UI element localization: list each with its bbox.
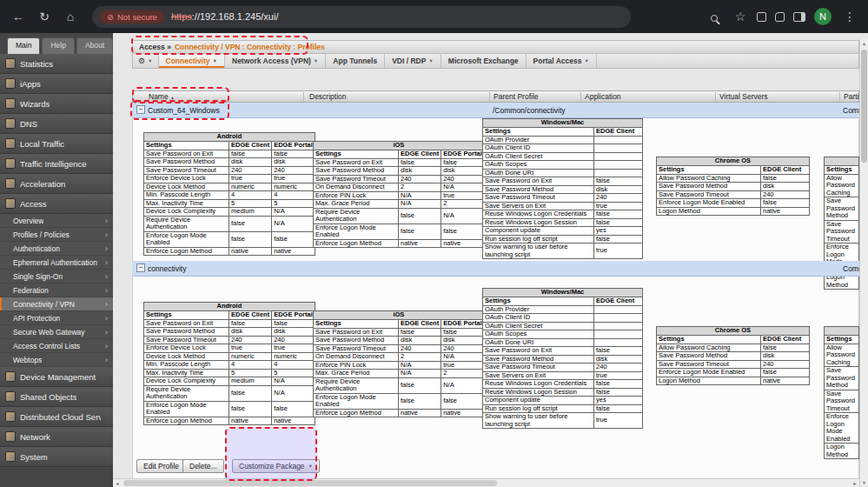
collapse-icon[interactable]: − <box>136 264 145 272</box>
column-header-name[interactable]: Name ▲ <box>149 91 175 103</box>
content-tab-label: Microsoft Exchange <box>448 57 519 65</box>
sidebar-item[interactable]: Authentication › <box>0 242 113 256</box>
vertical-scrollbar-thumb[interactable] <box>861 50 867 163</box>
sidebar-item[interactable]: Secure Web Gateway › <box>0 325 113 339</box>
sidebar-item-icon <box>5 178 16 189</box>
sidebar-item-label: Device Management <box>20 372 96 382</box>
dropdown-arrow-icon: ▼ <box>314 58 318 63</box>
sidebar-tab[interactable]: Help <box>42 37 74 54</box>
sidebar-item-label: Connectivity / VPN <box>13 300 75 309</box>
chevron-right-icon: › <box>105 328 108 337</box>
sidebar-item[interactable]: Access Control Lists › <box>0 339 113 353</box>
extensions-puzzle-icon[interactable] <box>775 12 785 22</box>
sidebar-item[interactable]: iApps › <box>0 74 113 94</box>
column-header-application[interactable]: Application <box>585 91 621 103</box>
sidebar-item[interactable]: Shared Objects › <box>0 387 113 407</box>
content-tab[interactable]: Connectivity ▼ <box>159 54 225 68</box>
horizontal-scrollbar[interactable]: ◄ ► <box>113 478 859 487</box>
scroll-down-icon[interactable]: ▼ <box>860 478 868 487</box>
profile-row[interactable]: − Custom_64_Windows /Common/connectivity… <box>132 103 859 118</box>
not-secure-icon: ⊘ <box>107 12 114 22</box>
sidebar-item-icon <box>5 431 16 442</box>
scroll-right-icon[interactable]: ► <box>851 479 859 487</box>
sidebar-item-icon <box>5 371 16 382</box>
scroll-up-icon[interactable]: ▲ <box>860 39 868 48</box>
column-label: Name <box>149 92 169 101</box>
refresh-icon[interactable]: ↻ <box>35 10 54 23</box>
ios-settings-table: iOSSettingsEDGE ClientEDGE PortalSave Pa… <box>313 141 485 248</box>
sidebar-tab[interactable]: Main <box>7 37 40 54</box>
sidebar-item[interactable]: Traffic Intelligence › <box>0 154 113 174</box>
sidebar-item[interactable]: DNS › <box>0 114 113 134</box>
vertical-scrollbar[interactable]: ▲ ▼ <box>859 39 868 487</box>
dropdown-arrow-icon: ▼ <box>148 58 152 63</box>
main-content: Access » Connectivity / VPN : Connectivi… <box>113 33 859 487</box>
content-tab[interactable]: Network Access (VPN) ▼ <box>225 54 326 68</box>
dropdown-arrow-icon: ▼ <box>308 460 313 472</box>
sidebar-item[interactable]: Distributed Cloud Services › <box>0 407 113 427</box>
column-header-partition[interactable]: Partition <box>844 91 859 103</box>
content-tab[interactable]: VDI / RDP ▼ <box>385 54 441 68</box>
sidebar-item-icon <box>5 198 16 209</box>
sidebar-item[interactable]: System › <box>0 447 113 467</box>
sidebar-item[interactable]: Ephemeral Authentication › <box>0 256 113 270</box>
not-secure-badge[interactable]: ⊘ Not secure <box>100 10 164 23</box>
profile-avatar[interactable]: N <box>814 8 832 25</box>
search-icon[interactable] <box>705 10 724 23</box>
sidebar-item[interactable]: Profiles / Policies › <box>0 228 113 242</box>
sidebar-item[interactable]: Access › <box>0 194 113 214</box>
customize-package-button[interactable]: Customize Package ▼ <box>232 459 320 473</box>
profile-name[interactable]: Custom_64_Windows <box>148 103 220 118</box>
gear-tab[interactable]: ⚙ ▼ <box>133 54 159 68</box>
chevron-right-icon: › <box>105 342 108 350</box>
breadcrumb-section[interactable]: Access » <box>139 43 171 51</box>
menu-icon[interactable]: ⋮ <box>840 10 859 23</box>
sidebar-item-label: Distributed Cloud Services <box>20 412 101 422</box>
profile-name[interactable]: connectivity <box>148 261 186 277</box>
sidebar-item[interactable]: Webtops › <box>0 353 113 367</box>
sidebar-item[interactable]: Federation › <box>0 284 113 297</box>
content-tab-label: Connectivity <box>166 57 210 65</box>
sidebar-item-label: Access <box>20 199 47 209</box>
sidebar-item[interactable]: Local Traffic › <box>0 134 113 154</box>
content-tab[interactable]: Portal Access ▼ <box>527 54 597 68</box>
sidebar-item[interactable]: Acceleration › <box>0 174 113 194</box>
sidebar-item[interactable]: Connectivity / VPN › <box>0 297 113 311</box>
sidebar-tab[interactable]: About <box>76 37 113 54</box>
sidebar-item[interactable]: Wizards › <box>0 94 113 114</box>
back-icon[interactable]: ← <box>9 10 28 23</box>
content-tab[interactable]: Microsoft Exchange ▼ <box>441 54 527 68</box>
edit-profile-button[interactable]: Edit Profile <box>136 459 186 473</box>
windows-mac-settings-table: Windows/MacSettingsEDGE ClientOAuth Prov… <box>482 118 643 259</box>
extension-icon[interactable] <box>757 12 766 22</box>
column-header-parent-profile[interactable]: Parent Profile <box>494 91 539 103</box>
breadcrumb: Access » Connectivity / VPN : Connectivi… <box>132 40 859 54</box>
delete-label: Delete... <box>189 460 217 472</box>
column-header-virtual-servers[interactable]: Virtual Servers <box>719 91 768 103</box>
sidebar-item-label: DNS <box>20 119 37 129</box>
address-bar[interactable]: ⊘ Not secure https://192.168.1.245/xui/ <box>92 6 631 28</box>
column-header-description[interactable]: Description <box>309 91 347 103</box>
sidebar-item[interactable]: Overview › <box>0 214 113 228</box>
sidebar-item[interactable]: Single Sign-On › <box>0 270 113 284</box>
scroll-left-icon[interactable]: ◄ <box>113 479 122 487</box>
home-icon[interactable]: ⌂ <box>61 10 80 23</box>
sidebar-item-label: Wizards <box>20 99 50 109</box>
collapse-icon[interactable]: − <box>136 105 145 114</box>
sidebar-item[interactable]: Statistics › <box>0 54 113 74</box>
sidebar-item[interactable]: Network › <box>0 427 113 447</box>
delete-button[interactable]: Delete... <box>182 459 224 473</box>
dropdown-arrow-icon: ▼ <box>585 58 589 63</box>
profile-row[interactable]: − connectivity Common <box>132 261 859 277</box>
sidebar-item[interactable]: Device Management › <box>0 367 113 387</box>
horizontal-scrollbar-thumb[interactable] <box>123 480 497 486</box>
url-scheme: https <box>171 11 192 22</box>
content-tab[interactable]: App Tunnels ▼ <box>326 54 385 68</box>
sidebar-item[interactable]: API Protection › <box>0 311 113 325</box>
side-panel-icon[interactable] <box>793 12 805 22</box>
bookmark-star-icon[interactable]: ☆ <box>731 10 750 23</box>
sidebar-item-label: iApps <box>20 79 41 89</box>
content-tabs: ⚙ ▼ Connectivity ▼ Network Access (VPN) … <box>132 54 859 69</box>
android-settings-table: AndroidSettingsEDGE ClientEDGE PortalSav… <box>143 302 315 425</box>
column-separator <box>303 92 304 101</box>
